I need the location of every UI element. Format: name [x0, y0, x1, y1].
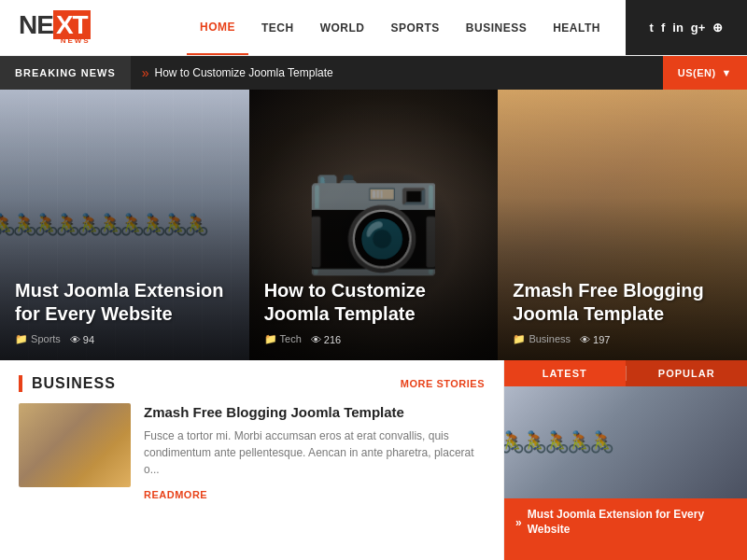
hero-content-2: How to Customize Joomla Template 📁 Tech … [249, 264, 499, 360]
section-title: BUSINESS [19, 375, 116, 392]
breaking-text: » How to Customize Joomla Template [131, 65, 333, 80]
hero-views-1: 👁 94 [70, 334, 94, 345]
hero-title-2: How to Customize Joomla Template [264, 279, 484, 326]
logo-ne: NE [19, 10, 53, 39]
section-header: BUSINESS MORE STORIES [19, 375, 485, 392]
hero-item-3[interactable]: Zmash Free Blogging Joomla Template 📁 Bu… [498, 90, 747, 360]
hero-views-2: 👁 216 [311, 334, 341, 345]
breaking-story[interactable]: How to Customize Joomla Template [155, 66, 333, 79]
sidebar: LATEST POPULAR » Must Joomla Extension f… [504, 360, 747, 560]
logo-xt: XT [53, 10, 91, 39]
hero-cat-1: 📁 Sports [15, 333, 61, 345]
folder-icon-1: 📁 [15, 333, 28, 344]
folder-icon-2: 📁 [264, 333, 277, 344]
nav-sports[interactable]: SPORTS [378, 0, 453, 55]
twitter-link[interactable]: t [650, 21, 654, 35]
folder-icon-3: 📁 [513, 333, 526, 344]
header: NEXT NEWS HOME TECH WORLD SPORTS BUSINES… [0, 0, 747, 56]
eye-icon-2: 👁 [311, 334, 321, 345]
more-stories-link[interactable]: MORE STORIES [401, 378, 485, 389]
hero-cat-2: 📁 Tech [264, 333, 302, 345]
hero-meta-2: 📁 Tech 👁 216 [264, 333, 484, 345]
eye-icon-1: 👁 [70, 334, 80, 345]
logo[interactable]: NEXT NEWS [19, 10, 91, 45]
lang-arrow-icon: ▼ [722, 67, 732, 78]
business-section: BUSINESS MORE STORIES Zmash Free Bloggin… [0, 360, 504, 560]
hero-cat-3: 📁 Business [513, 333, 571, 345]
sidebar-arrow-icon: » [515, 516, 522, 529]
lang-label: US(EN) [678, 67, 716, 78]
article-thumbnail[interactable] [19, 403, 131, 487]
hero-meta-1: 📁 Sports 👁 94 [15, 333, 234, 345]
lang-button[interactable]: US(EN) ▼ [663, 56, 747, 90]
article-content: Zmash Free Blogging Joomla Template Fusc… [144, 403, 485, 502]
article-excerpt: Fusce a tortor mi. Morbi accumsan eros a… [144, 427, 485, 478]
breaking-arrow: » [142, 65, 149, 80]
hero-title-3: Zmash Free Blogging Joomla Template [513, 279, 732, 326]
hero-item-2[interactable]: How to Customize Joomla Template 📁 Tech … [249, 90, 499, 360]
breaking-bar: BREAKING NEWS » How to Customize Joomla … [0, 56, 747, 90]
breaking-label: BREAKING NEWS [0, 56, 131, 90]
hero-item-1[interactable]: Must Joomla Extension for Every Website … [0, 90, 249, 360]
tab-latest[interactable]: LATEST [504, 360, 626, 386]
hero-title-1: Must Joomla Extension for Every Website [15, 279, 234, 326]
hero-meta-3: 📁 Business 👁 197 [513, 333, 732, 345]
sidebar-story-title: Must Joomla Extension for Every Website [528, 508, 736, 537]
nav-world[interactable]: WORLD [307, 0, 378, 55]
eye-icon-3: 👁 [580, 334, 590, 345]
bottom-section: BUSINESS MORE STORIES Zmash Free Bloggin… [0, 360, 747, 560]
article-row: Zmash Free Blogging Joomla Template Fusc… [19, 403, 485, 502]
social-bar: t f in g+ ⊕ [626, 0, 747, 55]
sidebar-tabs: LATEST POPULAR [504, 360, 747, 386]
main-nav: HOME TECH WORLD SPORTS BUSINESS HEALTH [187, 0, 626, 55]
linkedin-link[interactable]: in [672, 21, 684, 35]
logo-area: NEXT NEWS [0, 10, 187, 45]
facebook-link[interactable]: f [661, 21, 665, 35]
thumb-image [19, 403, 131, 487]
hero-content-1: Must Joomla Extension for Every Website … [0, 264, 249, 360]
hero-content-3: Zmash Free Blogging Joomla Template 📁 Bu… [498, 264, 747, 360]
readmore-link[interactable]: READMORE [144, 489, 207, 500]
google-link[interactable]: g+ [691, 21, 706, 35]
nav-home[interactable]: HOME [187, 0, 248, 55]
tab-popular[interactable]: POPULAR [627, 360, 748, 386]
nav-tech[interactable]: TECH [248, 0, 307, 55]
sidebar-image [504, 386, 747, 498]
article-title[interactable]: Zmash Free Blogging Joomla Template [144, 403, 485, 422]
nav-health[interactable]: HEALTH [540, 0, 613, 55]
sidebar-story[interactable]: » Must Joomla Extension for Every Websit… [504, 498, 747, 546]
nav-business[interactable]: BUSINESS [453, 0, 540, 55]
rss-link[interactable]: ⊕ [712, 21, 723, 35]
hero-views-3: 👁 197 [580, 334, 610, 345]
hero-grid: Must Joomla Extension for Every Website … [0, 90, 747, 360]
